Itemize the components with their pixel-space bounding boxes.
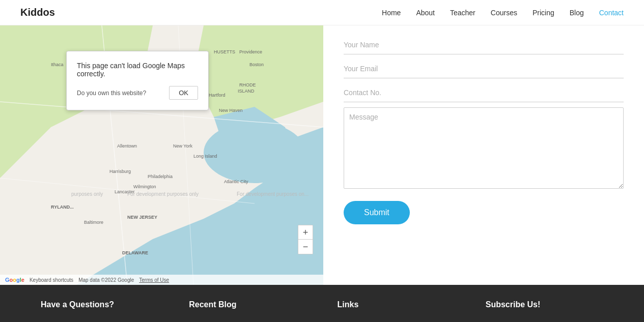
nav-home[interactable]: Home xyxy=(382,9,401,17)
footer-blog: Recent Blog xyxy=(189,300,306,322)
nav-pricing[interactable]: Pricing xyxy=(533,9,554,17)
navbar: Kiddos Home About Teacher Courses Pricin… xyxy=(0,0,644,25)
main-content: Ithaca Bing... Scranton Allentown Harris… xyxy=(0,25,644,285)
nav-about[interactable]: About xyxy=(416,9,435,17)
zoom-out-button[interactable]: − xyxy=(298,240,313,254)
map-keyboard-shortcuts[interactable]: Keyboard shortcuts xyxy=(30,277,73,283)
map-canvas: Ithaca Bing... Scranton Allentown Harris… xyxy=(0,25,323,285)
message-textarea[interactable] xyxy=(344,107,624,189)
footer-subscribe: Subscribe Us! xyxy=(486,300,603,322)
svg-text:Philadelphia: Philadelphia xyxy=(148,174,173,179)
footer-links: Links xyxy=(338,300,455,322)
svg-text:purposes only: purposes only xyxy=(71,191,103,197)
map-controls: + − xyxy=(298,225,313,254)
svg-text:DELAWARE: DELAWARE xyxy=(122,250,148,255)
map-footer: Google Keyboard shortcuts Map data ©2022… xyxy=(0,275,323,285)
map-terms[interactable]: Terms of Use xyxy=(139,277,169,283)
footer-questions-heading: Have a Questions? xyxy=(41,300,158,309)
nav-courses[interactable]: Courses xyxy=(491,9,517,17)
map-section: Ithaca Bing... Scranton Allentown Harris… xyxy=(0,25,323,285)
svg-text:Boston: Boston xyxy=(249,62,264,67)
nav-links: Home About Teacher Courses Pricing Blog … xyxy=(382,8,624,17)
svg-text:Baltimore: Baltimore xyxy=(84,220,103,225)
svg-text:RYLAND...: RYLAND... xyxy=(51,204,74,210)
email-input[interactable] xyxy=(344,60,624,78)
brand-logo[interactable]: Kiddos xyxy=(20,7,55,18)
svg-text:Harrisburg: Harrisburg xyxy=(109,169,131,174)
submit-button[interactable]: Submit xyxy=(344,201,410,224)
nav-blog[interactable]: Blog xyxy=(570,9,584,17)
svg-text:For development purposes only: For development purposes only xyxy=(127,191,199,197)
svg-text:New Haven: New Haven xyxy=(219,108,243,113)
footer-links-heading: Links xyxy=(338,300,455,309)
svg-text:Ithaca: Ithaca xyxy=(51,62,64,67)
svg-text:HUSETTS: HUSETTS xyxy=(214,49,235,54)
footer-questions: Have a Questions? xyxy=(41,300,158,322)
svg-text:RHODE: RHODE xyxy=(239,82,256,87)
svg-text:Long Island: Long Island xyxy=(193,154,217,159)
svg-text:Atlantic City: Atlantic City xyxy=(224,179,248,184)
map-error-dialog: This page can't load Google Maps correct… xyxy=(66,51,209,110)
svg-text:Wilmington: Wilmington xyxy=(133,184,156,189)
footer-blog-heading: Recent Blog xyxy=(189,300,306,309)
svg-text:Allentown: Allentown xyxy=(117,143,137,149)
contact-form-section: Submit xyxy=(323,25,644,285)
svg-text:NEW JERSEY: NEW JERSEY xyxy=(127,215,157,220)
svg-text:ISLAND: ISLAND xyxy=(238,89,255,94)
google-logo: Google xyxy=(5,277,24,283)
svg-text:New York: New York xyxy=(173,143,193,149)
svg-text:Hartford: Hartford xyxy=(209,93,226,98)
dialog-title: This page can't load Google Maps correct… xyxy=(77,62,198,78)
contact-input[interactable] xyxy=(344,83,624,102)
footer-subscribe-heading: Subscribe Us! xyxy=(486,300,603,309)
nav-teacher[interactable]: Teacher xyxy=(450,9,475,17)
zoom-in-button[interactable]: + xyxy=(298,225,313,240)
footer: Have a Questions? Recent Blog Links Subs… xyxy=(0,285,644,322)
nav-contact[interactable]: Contact xyxy=(599,9,624,17)
dialog-question: Do you own this website? xyxy=(77,90,146,97)
dialog-row: Do you own this website? OK xyxy=(77,86,198,100)
dialog-ok-button[interactable]: OK xyxy=(169,86,198,100)
svg-text:For development purposes on...: For development purposes on... xyxy=(237,191,309,197)
map-data: Map data ©2022 Google xyxy=(78,277,134,283)
name-input[interactable] xyxy=(344,36,624,54)
svg-text:Providence: Providence xyxy=(239,49,262,54)
